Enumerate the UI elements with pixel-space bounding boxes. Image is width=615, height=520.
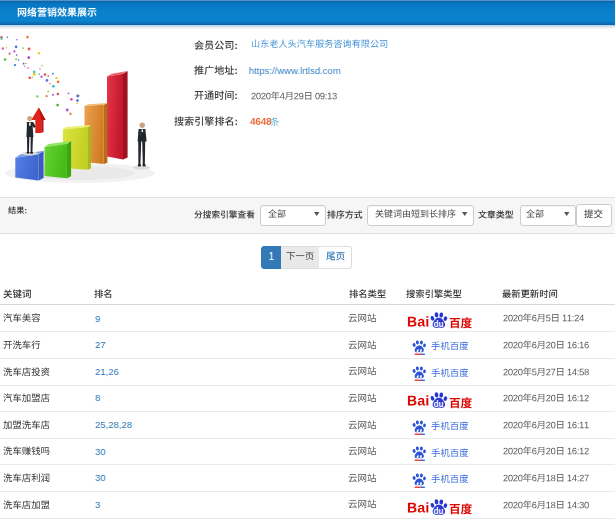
svg-text:du: du [433, 506, 443, 515]
svg-text:du: du [433, 320, 443, 329]
svg-text:du: du [433, 400, 443, 409]
